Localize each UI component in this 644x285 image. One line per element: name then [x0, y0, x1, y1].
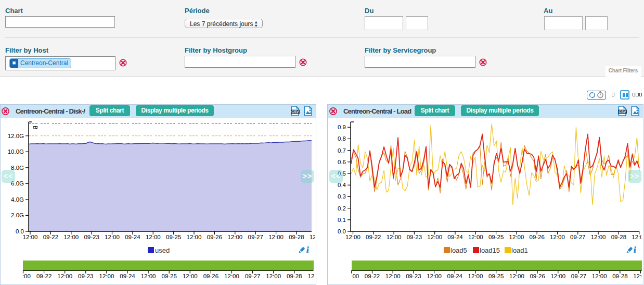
svg-text:12:00: 12:00	[99, 273, 114, 279]
svg-text:12.0G: 12.0G	[8, 133, 24, 139]
svg-text:09-24: 09-24	[447, 234, 463, 240]
svg-text:09-23: 09-23	[407, 234, 422, 240]
svg-text:12:00: 12:00	[16, 273, 31, 279]
svg-text:12:00: 12:00	[509, 273, 524, 279]
svg-text:09-24: 09-24	[447, 273, 463, 279]
svg-text:12:00: 12:00	[385, 273, 401, 279]
svg-text:09-22: 09-22	[43, 234, 58, 240]
svg-text:12:00: 12:00	[345, 234, 360, 240]
svg-text:12:00: 12:00	[141, 273, 156, 279]
svg-text:09-23: 09-23	[406, 273, 421, 279]
svg-text:4.0G: 4.0G	[11, 196, 24, 203]
svg-text:0.9: 0.9	[338, 124, 346, 130]
svg-text:0.3: 0.3	[338, 193, 346, 200]
svg-text:12:00: 12:00	[632, 234, 644, 240]
svg-text:10.0G: 10.0G	[8, 148, 24, 155]
svg-text:12:00: 12:00	[344, 273, 359, 279]
svg-text:09-24: 09-24	[120, 273, 135, 279]
svg-text:09-26: 09-26	[529, 234, 544, 240]
svg-text:0.4: 0.4	[338, 182, 346, 188]
svg-text:0.1: 0.1	[338, 217, 346, 223]
svg-text:12:00: 12:00	[310, 234, 325, 240]
svg-text:09-28: 09-28	[287, 273, 302, 279]
svg-text:12:00: 12:00	[468, 273, 483, 279]
svg-text:09-25: 09-25	[161, 273, 176, 279]
svg-text:12:00: 12:00	[308, 273, 323, 279]
svg-text:0.2: 0.2	[338, 205, 346, 212]
svg-text:12:00: 12:00	[183, 273, 198, 279]
svg-text:09-22: 09-22	[36, 273, 51, 279]
svg-text:09-27: 09-27	[571, 273, 586, 279]
svg-text:12:00: 12:00	[146, 234, 161, 240]
svg-text:12:00: 12:00	[468, 234, 483, 240]
svg-text:2.0G: 2.0G	[11, 212, 24, 218]
svg-text:09-23: 09-23	[78, 273, 93, 279]
svg-text:09-26: 09-26	[530, 273, 545, 279]
svg-text:12:00: 12:00	[427, 273, 442, 279]
svg-text:09-22: 09-22	[365, 273, 380, 279]
svg-text:12:00: 12:00	[592, 273, 607, 279]
svg-text:0.8: 0.8	[338, 135, 346, 142]
svg-text:12:00: 12:00	[268, 234, 284, 240]
svg-text:12:00: 12:00	[509, 234, 524, 240]
svg-text:12:00: 12:00	[57, 273, 72, 279]
svg-text:09-25: 09-25	[488, 234, 504, 240]
svg-text:09-24: 09-24	[125, 234, 140, 240]
svg-text:12:00: 12:00	[105, 234, 120, 240]
svg-text:B: B	[32, 126, 38, 129]
svg-text:0.7: 0.7	[338, 147, 346, 154]
svg-text:12:00: 12:00	[23, 234, 38, 240]
svg-text:09-23: 09-23	[84, 234, 99, 240]
svg-text:12:00: 12:00	[266, 273, 281, 279]
svg-text:12:00: 12:00	[63, 234, 79, 240]
svg-text:12:00: 12:00	[227, 234, 242, 240]
svg-text:09-27: 09-27	[248, 234, 263, 240]
svg-text:09-28: 09-28	[289, 234, 304, 240]
svg-text:12:00: 12:00	[224, 273, 239, 279]
svg-text:09-26: 09-26	[207, 234, 222, 240]
svg-text:12:00: 12:00	[633, 273, 644, 279]
svg-text:0.0: 0.0	[338, 228, 346, 234]
svg-text:09-22: 09-22	[366, 234, 381, 240]
svg-text:09-28: 09-28	[612, 273, 627, 279]
svg-text:12:00: 12:00	[427, 234, 442, 240]
svg-text:12:00: 12:00	[387, 234, 402, 240]
svg-text:09-27: 09-27	[570, 234, 585, 240]
svg-text:12:00: 12:00	[187, 234, 202, 240]
svg-text:12:00: 12:00	[550, 273, 565, 279]
svg-text:09-28: 09-28	[611, 234, 626, 240]
svg-text:09-25: 09-25	[488, 273, 504, 279]
svg-text:09-27: 09-27	[245, 273, 260, 279]
svg-text:12:00: 12:00	[550, 234, 565, 240]
svg-text:12:00: 12:00	[591, 234, 606, 240]
svg-text:0.6: 0.6	[338, 159, 346, 165]
svg-text:09-25: 09-25	[166, 234, 181, 240]
svg-text:09-26: 09-26	[203, 273, 218, 279]
